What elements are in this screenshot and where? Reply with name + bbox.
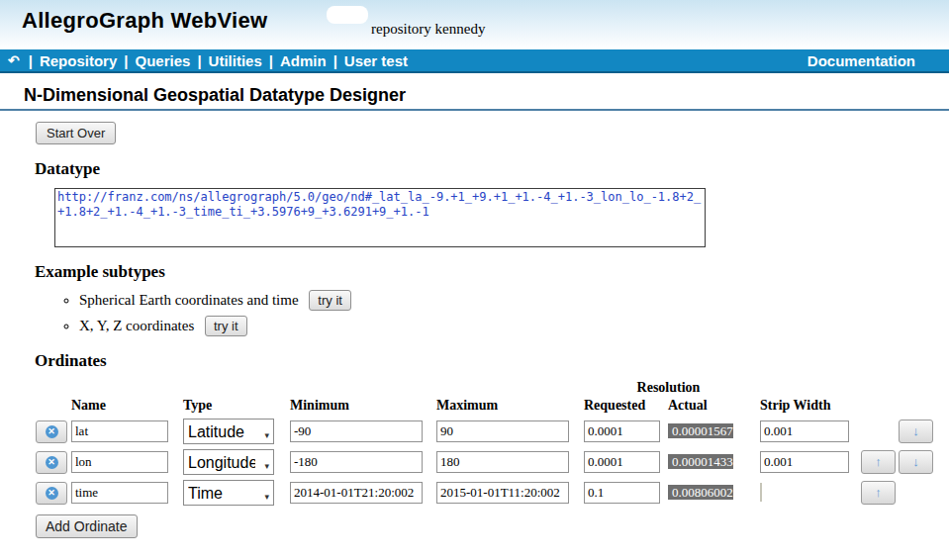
column-header-type: Type: [183, 398, 274, 414]
nav-separator: |: [29, 52, 33, 69]
nav-item-queries[interactable]: Queries: [136, 52, 191, 69]
resolution-header-row: Resolution: [36, 380, 949, 396]
delete-icon: ✕: [46, 425, 58, 438]
list-item: Spherical Earth coordinates and time try…: [79, 290, 949, 311]
redaction-patch: [327, 6, 368, 24]
move-up-button[interactable]: ↑: [861, 481, 896, 505]
requested-resolution-input[interactable]: [584, 451, 660, 473]
page-title: N-Dimensional Geospatial Datatype Design…: [24, 85, 949, 106]
name-input[interactable]: [71, 451, 168, 473]
repository-label: repository kennedy: [371, 21, 485, 38]
requested-resolution-input[interactable]: [584, 482, 660, 504]
nav-item-utilities[interactable]: Utilities: [209, 52, 262, 69]
move-down-button[interactable]: ↓: [899, 450, 933, 474]
example-subtypes-list: Spherical Earth coordinates and time try…: [0, 290, 949, 336]
strip-width-input[interactable]: [760, 451, 849, 473]
maximum-input[interactable]: [436, 451, 569, 473]
requested-resolution-input[interactable]: [584, 420, 660, 442]
top-banner: AllegroGraph WebView repository kennedy: [0, 0, 949, 49]
maximum-input[interactable]: [436, 482, 569, 504]
nav-item-repository[interactable]: Repository: [40, 52, 117, 69]
start-over-button[interactable]: Start Over: [36, 122, 116, 144]
nav-item-user[interactable]: User test: [344, 52, 408, 69]
actual-resolution-value: 0.00806002: [668, 485, 733, 500]
strip-width-disabled-field: [760, 483, 762, 502]
column-header-minimum: Minimum: [290, 398, 423, 414]
actual-resolution-value: 0.00001433: [668, 454, 733, 469]
delete-ordinate-button[interactable]: ✕: [36, 482, 67, 505]
datatype-uri-textarea[interactable]: http://franz.com/ns/allegrograph/5.0/geo…: [54, 188, 706, 247]
table-row-time: ✕ Time▾ 0.00806002 ↑: [36, 480, 949, 506]
datatype-heading: Datatype: [35, 159, 949, 179]
delete-icon: ✕: [46, 456, 58, 469]
maximum-input[interactable]: [436, 420, 569, 442]
name-input[interactable]: [71, 482, 168, 504]
ordinates-table: Resolution Name Type Minimum Maximum Req…: [36, 380, 949, 506]
title-rule: [0, 109, 949, 111]
column-header-maximum: Maximum: [436, 398, 569, 414]
nav-item-admin[interactable]: Admin: [280, 52, 327, 69]
subtype-label: X, Y, Z coordinates: [79, 318, 194, 333]
delete-icon: ✕: [46, 487, 58, 500]
subtype-label: Spherical Earth coordinates and time: [79, 292, 299, 308]
name-input[interactable]: [71, 420, 168, 442]
delete-ordinate-button[interactable]: ✕: [36, 420, 67, 443]
column-header-actual: Actual: [668, 398, 753, 414]
example-subtypes-heading: Example subtypes: [35, 262, 949, 282]
minimum-input[interactable]: [290, 420, 423, 442]
nav-separator: |: [269, 52, 273, 69]
move-down-button[interactable]: ↓: [899, 420, 933, 443]
type-select[interactable]: Latitude: [183, 419, 274, 444]
ordinates-heading: Ordinates: [35, 351, 949, 371]
nav-separator: |: [197, 52, 201, 69]
resolution-header: Resolution: [584, 380, 753, 396]
minimum-input[interactable]: [290, 451, 423, 473]
add-ordinate-button[interactable]: Add Ordinate: [36, 514, 138, 538]
type-select[interactable]: Time: [183, 480, 274, 506]
column-header-name: Name: [71, 398, 168, 414]
try-it-button-spherical[interactable]: try it: [309, 290, 351, 311]
column-header-row: Name Type Minimum Maximum Requested Actu…: [36, 398, 949, 414]
nav-item-documentation[interactable]: Documentation: [807, 52, 915, 69]
strip-width-input[interactable]: [760, 420, 849, 442]
nav-bar: ↶ | Repository | Queries | Utilities | A…: [0, 49, 949, 73]
nav-separator: |: [124, 52, 128, 69]
type-select[interactable]: Longitude: [183, 449, 274, 475]
column-header-requested: Requested: [584, 398, 660, 414]
minimum-input[interactable]: [290, 482, 423, 504]
actual-resolution-value: 0.00001567: [668, 423, 733, 438]
try-it-button-xyz[interactable]: try it: [205, 316, 247, 336]
column-header-strip-width: Strip Width: [760, 398, 849, 414]
table-row-lat: ✕ Latitude▾ 0.00001567 ↓: [36, 419, 949, 444]
list-item: X, Y, Z coordinates try it: [79, 316, 949, 336]
back-icon[interactable]: ↶: [8, 52, 20, 68]
table-row-lon: ✕ Longitude▾ 0.00001433 ↑ ↓: [36, 449, 949, 475]
delete-ordinate-button[interactable]: ✕: [36, 451, 67, 474]
nav-separator: |: [333, 52, 337, 69]
app-title: AllegroGraph WebView: [22, 8, 267, 34]
move-up-button[interactable]: ↑: [861, 450, 896, 474]
